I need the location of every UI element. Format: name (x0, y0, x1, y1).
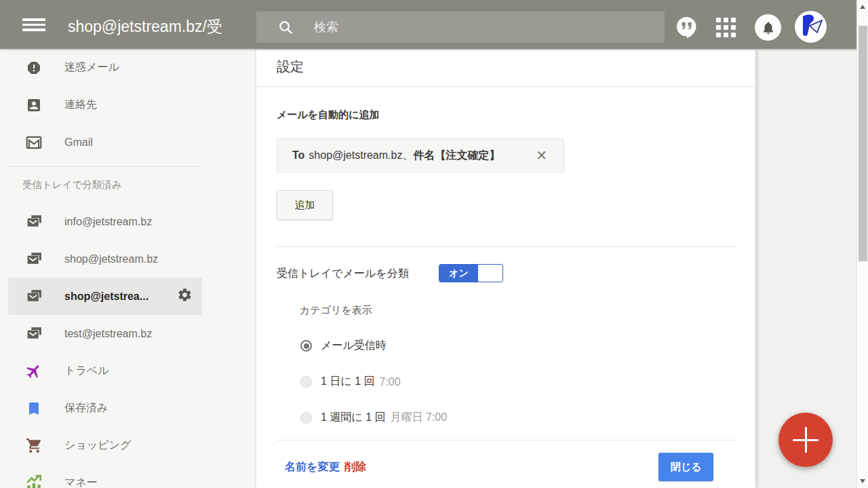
radio-label: 1 週間に 1 回 (321, 411, 386, 425)
inbox-app: shop@jetstream.bz/受 (0, 0, 868, 488)
radio-detail: 7:00 (380, 376, 401, 388)
hamburger-menu-icon[interactable] (22, 18, 45, 31)
bundle-toggle[interactable]: オン (439, 264, 503, 282)
sidebar-item-test-bundle[interactable]: test@jetstream.bz (0, 315, 254, 352)
search-input[interactable] (314, 20, 612, 35)
add-button[interactable]: 追加 (277, 190, 333, 220)
hangouts-icon[interactable] (675, 15, 699, 39)
scroll-up-arrow[interactable] (860, 5, 865, 9)
sidebar-item-saved[interactable]: 保存済み (0, 390, 254, 427)
bundle-mail-icon (25, 213, 43, 231)
sidebar-item-label: 連絡先 (64, 98, 97, 112)
radio-label: 1 日に 1 回 (321, 375, 375, 389)
settings-panel: 設定 メールを自動的に追加 To shop@jetstream.bz、 件名【注… (256, 50, 755, 488)
radio-unselected-icon[interactable] (300, 376, 312, 388)
sidebar-item-money[interactable]: マネー (0, 464, 254, 488)
sidebar-item-label: 保存済み (64, 401, 108, 415)
bundle-toggle-label: 受信トレイでメールを分類 (277, 267, 409, 281)
page-title: shop@jetstream.bz/受 (68, 16, 252, 37)
radio-detail: 月曜日 7:00 (391, 411, 448, 425)
notifications-bell-icon[interactable] (755, 14, 781, 41)
sidebar-item-label: ショッピング (64, 438, 131, 453)
divider (277, 440, 735, 440)
gear-icon[interactable] (177, 287, 193, 305)
sidebar-item-label: test@jetstream.bz (64, 328, 152, 340)
filter-chip: To shop@jetstream.bz、 件名【注文確定】 ✕ (277, 138, 564, 172)
category-label: カテゴリを表示 (277, 304, 735, 317)
search-icon (278, 20, 294, 35)
sidebar-item-label: マネー (64, 476, 98, 488)
app-header: shop@jetstream.bz/受 (0, 0, 856, 49)
chip-subject: 件名【注文確定】 (413, 149, 500, 163)
shopping-cart-icon (25, 437, 43, 455)
spam-icon (25, 59, 43, 77)
plus-icon (805, 427, 808, 453)
scrollbar[interactable] (856, 0, 868, 488)
sidebar-item-shop-bundle-selected[interactable]: shop@jetstrea... (8, 278, 202, 315)
divider (277, 246, 735, 247)
gmail-icon (25, 134, 43, 151)
radio-label: メール受信時 (321, 339, 387, 353)
money-chart-icon (25, 474, 43, 488)
apps-grid-icon[interactable] (714, 16, 737, 39)
scrollbar-thumb[interactable] (859, 26, 867, 261)
sidebar-item-spam[interactable]: 迷惑メール (0, 49, 254, 86)
sidebar-section-label: 受信トレイで分類済み (0, 167, 254, 203)
close-button[interactable]: 閉じる (658, 453, 713, 481)
sidebar: 迷惑メール 連絡先 Gmail 受信トレイで分類済み info@jetstrea… (0, 49, 254, 488)
radio-option-once-weekly[interactable]: 1 週間に 1 回 月曜日 7:00 (277, 411, 735, 425)
rename-link[interactable]: 名前を変更 (285, 460, 339, 474)
scroll-down-arrow[interactable] (860, 479, 865, 483)
settings-title: 設定 (256, 50, 755, 87)
sidebar-item-contacts[interactable]: 連絡先 (0, 86, 254, 124)
delete-link[interactable]: 削除 (344, 460, 366, 474)
sidebar-item-label: Gmail (64, 136, 93, 149)
radio-selected-icon[interactable] (300, 340, 312, 352)
close-icon[interactable]: ✕ (534, 147, 549, 164)
sidebar-item-gmail[interactable]: Gmail (0, 124, 254, 161)
bundle-mail-icon (25, 250, 43, 268)
sidebar-item-travel[interactable]: トラベル (0, 352, 254, 390)
sidebar-item-label: info@jetstream.bz (64, 216, 152, 228)
radio-option-on-receive[interactable]: メール受信時 (277, 339, 735, 353)
sidebar-item-label: shop@jetstrea... (64, 290, 149, 303)
radio-option-once-daily[interactable]: 1 日に 1 回 7:00 (277, 375, 735, 389)
search-bar[interactable] (256, 12, 665, 43)
bundle-mail-icon (25, 288, 43, 305)
chip-address: shop@jetstream.bz、 (309, 149, 413, 163)
sidebar-item-label: トラベル (64, 364, 109, 378)
compose-fab[interactable] (778, 413, 833, 467)
account-avatar[interactable] (795, 11, 827, 43)
sidebar-item-label: 迷惑メール (64, 60, 119, 75)
contacts-icon (25, 96, 43, 114)
toggle-on-label: オン (439, 265, 478, 282)
radio-unselected-icon[interactable] (300, 412, 312, 424)
sidebar-item-shop-bundle[interactable]: shop@jetstream.bz (0, 240, 254, 278)
bookmark-icon (25, 400, 43, 417)
sidebar-item-info-bundle[interactable]: info@jetstream.bz (0, 203, 254, 240)
sidebar-item-shopping[interactable]: ショッピング (0, 427, 254, 464)
chip-prefix: To (292, 149, 304, 162)
sidebar-item-label: shop@jetstream.bz (64, 253, 158, 265)
travel-icon (25, 362, 43, 380)
bundle-mail-icon (25, 325, 43, 343)
auto-add-label: メールを自動的に追加 (277, 109, 735, 121)
